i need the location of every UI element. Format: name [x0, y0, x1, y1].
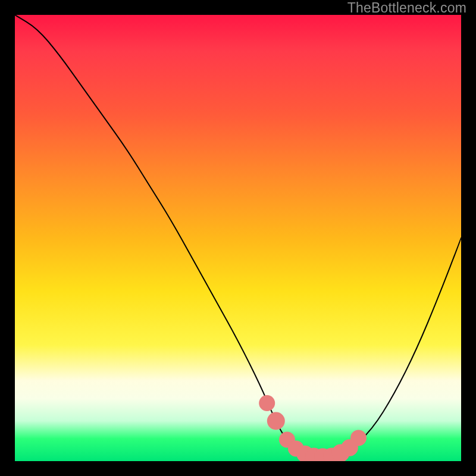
chart-frame: TheBottleneck.com [0, 0, 476, 476]
highlight-dot [259, 395, 275, 411]
highlight-dots [15, 15, 461, 461]
watermark-text: TheBottleneck.com [347, 0, 466, 16]
highlight-dot [350, 430, 367, 446]
plot-area [15, 15, 461, 461]
highlight-dot [267, 412, 285, 430]
